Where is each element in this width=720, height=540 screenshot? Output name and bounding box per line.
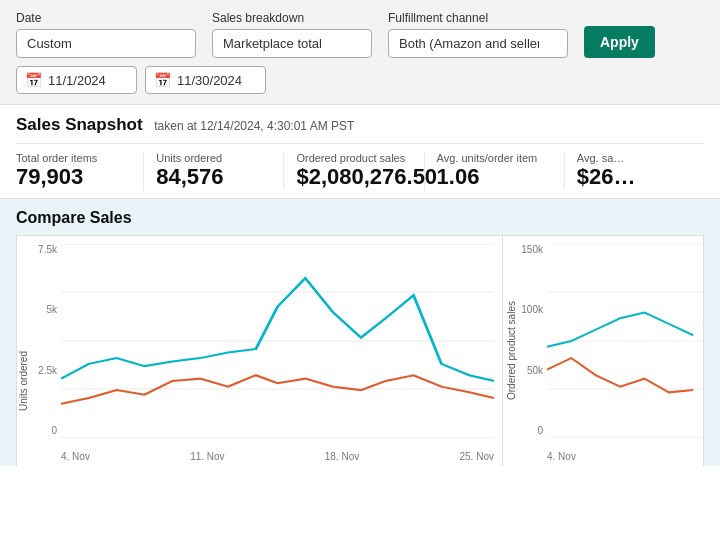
metric-value-1: 84,576 xyxy=(156,164,271,190)
chart1-x-axis: 4. Nov 11. Nov 18. Nov 25. Nov xyxy=(61,451,494,462)
chart-product-sales: 150k 100k 50k 0 Ordered product sales 4.… xyxy=(503,236,703,466)
chart1-teal-line xyxy=(61,278,494,381)
chart2-orange-line xyxy=(547,358,693,392)
snapshot-metrics: Total order items 79,903 Units ordered 8… xyxy=(16,143,704,190)
metric-label-0: Total order items xyxy=(16,152,131,164)
chart1-y-label: Units ordered xyxy=(18,351,29,411)
sales-breakdown-select[interactable]: Marketplace total Sales channel Product xyxy=(212,29,372,58)
calendar-start-icon: 📅 xyxy=(25,72,42,88)
metric-label-4: Avg. sa… xyxy=(577,152,692,164)
fulfillment-label: Fulfillment channel xyxy=(388,11,568,25)
apply-button[interactable]: Apply xyxy=(584,26,655,58)
date-start-wrap: 📅 xyxy=(16,66,137,94)
date-end-input[interactable] xyxy=(177,73,257,88)
chart2-x-axis: 4. Nov xyxy=(547,451,703,462)
metric-total-order-items: Total order items 79,903 xyxy=(16,152,144,190)
metric-label-3: Avg. units/order item xyxy=(437,152,552,164)
chart1-y-axis: 7.5k 5k 2.5k 0 xyxy=(31,244,57,436)
date-range-row: 📅 📅 xyxy=(16,66,704,94)
metric-value-3: 1.06 xyxy=(437,164,552,190)
date-label: Date xyxy=(16,11,196,25)
chart-units-ordered: 7.5k 5k 2.5k 0 Units ordered 4. Nov xyxy=(17,236,503,466)
metric-avg-units-order-item: Avg. units/order item 1.06 xyxy=(437,152,565,190)
metric-label-2: Ordered product sales xyxy=(296,152,411,164)
x-label-11nov: 11. Nov xyxy=(190,451,224,462)
metric-units-ordered: Units ordered 84,576 xyxy=(156,152,284,190)
date-filter-group: Date Custom Today Yesterday Last 7 days … xyxy=(16,11,196,58)
metric-value-2: $2,080,276.50 xyxy=(296,164,411,190)
sales-breakdown-group: Sales breakdown Marketplace total Sales … xyxy=(212,11,372,58)
y-label-25k: 2.5k xyxy=(31,365,57,376)
date-start-input[interactable] xyxy=(48,73,128,88)
y-label-5k: 5k xyxy=(31,304,57,315)
x-label-25nov: 25. Nov xyxy=(460,451,494,462)
chart1-svg xyxy=(61,244,494,438)
sales-label: Sales breakdown xyxy=(212,11,372,25)
chart1-orange-line xyxy=(61,375,494,404)
chart2-y-axis: 150k 100k 50k 0 xyxy=(517,244,543,436)
fulfillment-select[interactable]: Both (Amazon and seller) Amazon Seller xyxy=(388,29,568,58)
chart2-y-label: Ordered product sales xyxy=(506,291,517,411)
metric-label-1: Units ordered xyxy=(156,152,271,164)
metric-value-4: $26… xyxy=(577,164,692,190)
metric-avg-sale: Avg. sa… $26… xyxy=(577,152,704,190)
snapshot-title: Sales Snapshot xyxy=(16,115,143,134)
snapshot-section: Sales Snapshot taken at 12/14/2024, 4:30… xyxy=(0,105,720,199)
calendar-end-icon: 📅 xyxy=(154,72,171,88)
date-select[interactable]: Custom Today Yesterday Last 7 days Last … xyxy=(16,29,196,58)
x2-label-4nov: 4. Nov xyxy=(547,451,576,462)
chart2-teal-line xyxy=(547,312,693,346)
date-end-wrap: 📅 xyxy=(145,66,266,94)
fulfillment-group: Fulfillment channel Both (Amazon and sel… xyxy=(388,11,568,58)
y2-label-0: 0 xyxy=(517,425,543,436)
charts-row: 7.5k 5k 2.5k 0 Units ordered 4. Nov xyxy=(16,235,704,466)
y-label-0: 0 xyxy=(31,425,57,436)
y2-label-100k: 100k xyxy=(517,304,543,315)
x-label-4nov: 4. Nov xyxy=(61,451,90,462)
filter-bar: Date Custom Today Yesterday Last 7 days … xyxy=(0,0,720,105)
y2-label-50k: 50k xyxy=(517,365,543,376)
compare-section: Compare Sales 7.5k 5k 2.5k 0 Units order… xyxy=(0,199,720,466)
metric-ordered-product-sales: Ordered product sales $2,080,276.50 xyxy=(296,152,424,190)
metric-value-0: 79,903 xyxy=(16,164,131,190)
y-label-75k: 7.5k xyxy=(31,244,57,255)
chart2-svg xyxy=(547,244,703,438)
y2-label-150k: 150k xyxy=(517,244,543,255)
compare-title: Compare Sales xyxy=(16,209,704,227)
x-label-18nov: 18. Nov xyxy=(325,451,359,462)
snapshot-subtitle: taken at 12/14/2024, 4:30:01 AM PST xyxy=(154,119,354,133)
